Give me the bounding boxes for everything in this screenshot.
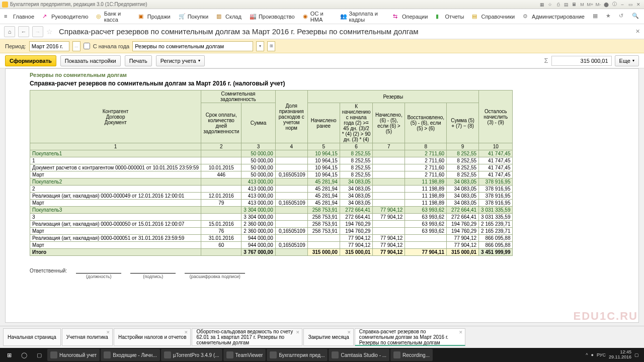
lang-indicator[interactable]: РУС (597, 352, 606, 357)
table-row[interactable]: Март762 360 000,000,16505109258 753,9119… (30, 228, 513, 235)
close-icon[interactable]: ✕ (106, 330, 110, 335)
cell: 194 760,29 (340, 228, 373, 235)
close-page-icon[interactable]: ✕ (635, 28, 640, 35)
clock[interactable]: 12:4529.11.2016 (609, 350, 631, 360)
history-icon[interactable]: ↺ (619, 13, 627, 21)
total-cell (275, 249, 307, 256)
notifications-icon[interactable]: ▢ (634, 352, 639, 357)
menu-item[interactable]: ◎Банк и касса (96, 11, 130, 23)
close-icon[interactable]: ✕ (459, 330, 463, 335)
close-icon[interactable]: ✕ (635, 1, 642, 8)
favorite-icon[interactable]: ☆ (46, 28, 53, 36)
sign-line: (должность) (76, 273, 121, 274)
table-row[interactable]: Март44650 000,000,1650510910 964,158 252… (30, 171, 513, 178)
col-number: 9 (447, 143, 479, 150)
tool-icon[interactable]: ▦ (538, 1, 545, 8)
period-input[interactable] (29, 41, 69, 51)
from-year-checkbox[interactable] (84, 43, 90, 49)
table-row[interactable]: Документ расчетов с контрагентом 0000-00… (30, 164, 513, 171)
table-row[interactable]: 33 304 000,00258 753,91272 664,4177 904,… (30, 214, 513, 221)
home-button[interactable]: ⌂ (4, 26, 15, 37)
menu-item[interactable]: ◉ОС и НМА (303, 11, 332, 23)
start-button[interactable]: ⊞ (2, 349, 16, 361)
close-icon[interactable]: ✕ (296, 330, 300, 335)
menu-item[interactable]: ⚙Администрирование (523, 13, 585, 20)
tool-icon[interactable]: M+ (587, 1, 594, 8)
menu-burger[interactable]: ≡Главное (4, 13, 34, 20)
maximize-icon[interactable]: ▭ (627, 1, 634, 8)
search-icon[interactable]: ◯ (17, 349, 31, 361)
menu-item[interactable]: ⇆Операции (393, 13, 428, 20)
page-tab[interactable]: Учетная политика✕ (62, 328, 113, 346)
menu-item[interactable]: 👥Зарплата и кадры (340, 11, 385, 23)
cell: 45 281,94 (307, 178, 340, 186)
th: Начислено ранее (307, 103, 340, 143)
table-row[interactable]: Покупатель2413 000,0045 281,9434 083,051… (30, 178, 513, 186)
tool-icon[interactable]: M- (595, 1, 602, 8)
cell: 272 664,41 (340, 207, 373, 214)
tool-icon[interactable]: ☆ (546, 1, 553, 8)
menu-item[interactable]: 🛒Покупки (179, 13, 208, 20)
show-settings-button[interactable]: Показать настройки (60, 55, 121, 66)
grid-icon[interactable]: ▦ (593, 13, 601, 21)
table-row[interactable]: Март79413 000,000,1650510945 281,9434 08… (30, 200, 513, 207)
menu-item[interactable]: ▮Отчеты (436, 13, 464, 20)
settings-icon[interactable]: ⊞ (267, 41, 275, 51)
minimize-icon[interactable]: – (619, 1, 626, 8)
taskbar-button[interactable]: Recording... (390, 349, 433, 361)
taskbar-button[interactable]: Налоговый учет (47, 349, 100, 361)
table-row[interactable]: Реализация (акт, накладная) 0000-000051 … (30, 235, 513, 242)
page-tab[interactable]: Начальная страница (3, 328, 61, 346)
dropdown-icon[interactable]: ▾ (256, 41, 264, 51)
page-tab[interactable]: Оборотно-сальдовая ведомость по счету 62… (192, 328, 302, 346)
app-icon (270, 351, 277, 358)
taskbar-button[interactable]: Входящие - Личн... (101, 349, 160, 361)
cell (275, 193, 307, 200)
forward-button[interactable]: → (32, 26, 43, 37)
table-row[interactable]: 150 000,0010 964,158 252,552 711,608 252… (30, 157, 513, 164)
taskbar-button[interactable]: Бухгалтерия пред... (267, 349, 328, 361)
close-icon[interactable]: ✕ (347, 330, 351, 335)
close-icon[interactable]: ✕ (184, 330, 188, 335)
table-row[interactable]: Покупатель33 304 000,00258 753,91272 664… (30, 207, 513, 214)
cell: Реализация (акт, накладная) 0000-000051 … (30, 235, 201, 242)
table-row[interactable]: Реализация (акт, накладная) 0000-000049 … (30, 193, 513, 200)
tool-icon[interactable]: 🖩 (571, 1, 578, 8)
taskbar-button[interactable]: Camtasia Studio - ... (329, 349, 389, 361)
taskview-icon[interactable]: ▢ (32, 349, 46, 361)
tool-icon[interactable]: ⎙ (554, 1, 561, 8)
table-row[interactable]: Реализация (акт, накладная) 0000-000050 … (30, 221, 513, 228)
taskbar-label: Входящие - Личн... (113, 352, 157, 358)
menu-item[interactable]: 🏭Производство (250, 13, 295, 20)
page-tab[interactable]: Справка-расчет резервов по сомнительным … (355, 328, 465, 346)
page-tab[interactable]: Настройки налогов и отчетов✕ (114, 328, 191, 346)
more-button[interactable]: Еще▾ (615, 55, 639, 66)
tray-icon[interactable]: ● (591, 352, 593, 357)
back-button[interactable]: ← (18, 26, 29, 37)
menu-item[interactable]: ↗Руководителю (42, 13, 88, 20)
sum-field[interactable] (551, 56, 612, 66)
table-row[interactable]: Покупатель150 000,0010 964,158 252,552 7… (30, 150, 513, 157)
taskbar-button[interactable]: TeamViewer (223, 349, 266, 361)
bank-icon: ◎ (96, 13, 102, 20)
tray-up-icon[interactable]: ^ (586, 352, 588, 357)
tool-icon[interactable]: ⬤ (603, 1, 610, 8)
menu-item[interactable]: ▤Справочники (472, 13, 515, 20)
menu-item[interactable]: ▥Склад (216, 13, 242, 20)
report-type-select[interactable] (132, 41, 253, 51)
col-number: 4 (275, 143, 307, 150)
table-row[interactable]: Март60944 000,000,1650510977 904,1277 90… (30, 242, 513, 249)
table-row[interactable]: 2413 000,0045 281,9434 083,0511 198,8934… (30, 186, 513, 193)
star-icon[interactable]: ★ (606, 13, 614, 21)
print-button[interactable]: Печать (125, 55, 152, 66)
generate-button[interactable]: Сформировать (5, 55, 56, 66)
help-icon[interactable]: ⓘ (611, 1, 618, 8)
tool-icon[interactable]: ▤ (562, 1, 570, 8)
tool-icon[interactable]: M (579, 1, 586, 8)
page-tab[interactable]: Закрытие месяца✕ (303, 328, 353, 346)
register-button[interactable]: Регистр учета▾ (156, 55, 205, 66)
period-picker-button[interactable]: … (72, 41, 80, 51)
menu-item[interactable]: ▣Продажи (138, 13, 171, 20)
search-icon[interactable]: 🔍 (632, 13, 640, 21)
taskbar-button[interactable]: µTorrentPro 3.4.9 (... (161, 349, 222, 361)
